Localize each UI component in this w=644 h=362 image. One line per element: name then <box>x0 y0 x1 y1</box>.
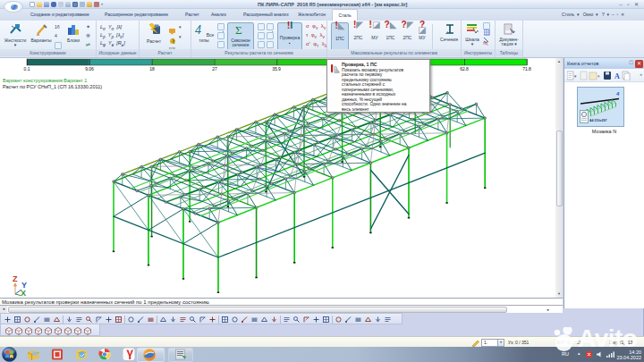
svg-text:▾: ▾ <box>597 73 600 79</box>
svg-text:4: 4 <box>195 23 201 36</box>
svg-text:▾: ▾ <box>574 73 577 79</box>
svg-text:A: A <box>614 72 620 80</box>
svg-text:Z: Z <box>13 274 18 283</box>
svg-text:Σ: Σ <box>235 23 242 36</box>
svg-text:4: 4 <box>615 91 620 97</box>
